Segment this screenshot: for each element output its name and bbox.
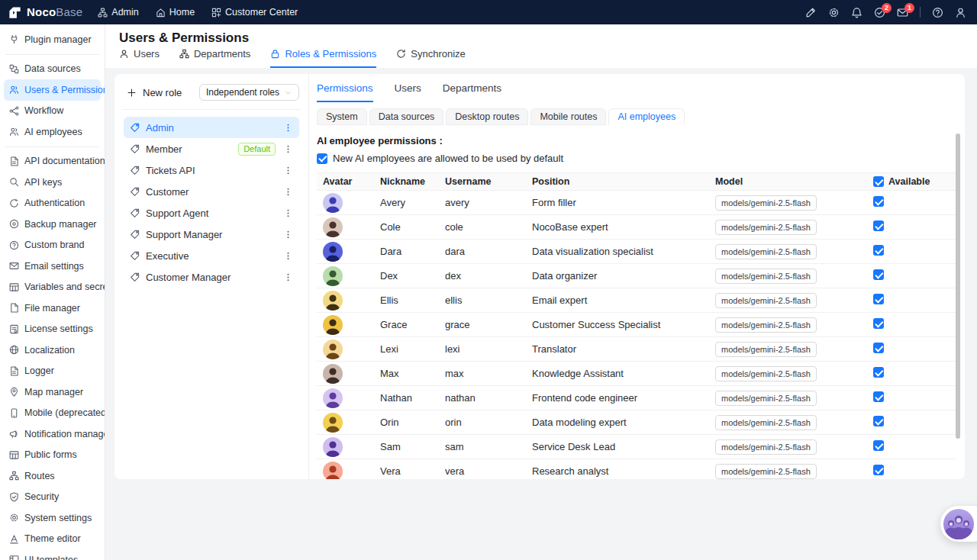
role-menu-icon[interactable] — [282, 271, 295, 284]
sidebar-item-security[interactable]: Security — [4, 487, 101, 508]
share-nodes-icon — [9, 106, 19, 116]
role-menu-icon[interactable] — [282, 121, 295, 134]
ai-employee-row-cole[interactable]: Cole cole NocoBase expert models/gemini-… — [317, 215, 956, 240]
available-checkbox[interactable] — [873, 416, 884, 426]
topbar-nav-admin[interactable]: Admin — [98, 7, 138, 18]
available-checkbox[interactable] — [873, 465, 884, 475]
role-item-support-manager[interactable]: Support Manager — [124, 224, 299, 245]
available-checkbox[interactable] — [873, 220, 884, 231]
sidebar-item-plugin-manager[interactable]: Plugin manager — [4, 29, 101, 50]
messages-button[interactable]: 1 — [897, 7, 908, 18]
sidebar-item-api-keys[interactable]: API keys — [4, 172, 101, 193]
role-item-customer-manager[interactable]: Customer Manager — [124, 266, 299, 288]
role-type-select[interactable]: Independent roles — [199, 84, 299, 101]
tab-roles-permissions[interactable]: Roles & Permissions — [270, 48, 376, 68]
available-checkbox[interactable] — [873, 343, 884, 353]
default-rule-checkbox[interactable] — [317, 153, 327, 164]
tab-users[interactable]: Users — [119, 48, 160, 68]
sidebar-item-public-forms[interactable]: Public forms — [4, 445, 101, 466]
sidebar-item-theme-editor[interactable]: Theme editor — [4, 529, 101, 550]
topbar-nav-home[interactable]: Home — [156, 7, 195, 18]
col-username: Username — [445, 176, 532, 187]
scope-tab-ai-employees[interactable]: AI employees — [608, 108, 685, 125]
role-menu-icon[interactable] — [282, 228, 295, 241]
ai-employee-row-grace[interactable]: Grace grace Customer Success Specialist … — [317, 313, 956, 337]
ai-employee-row-dara[interactable]: Dara dara Data visualization specialist … — [317, 240, 956, 264]
available-checkbox[interactable] — [873, 440, 884, 451]
bell-icon — [851, 7, 863, 18]
role-item-support-agent[interactable]: Support Agent — [124, 202, 299, 224]
account-button[interactable] — [955, 7, 966, 18]
sidebar-item-license-settings[interactable]: License settings — [4, 319, 101, 340]
sidebar-item-workflow[interactable]: Workflow — [4, 101, 101, 122]
sidebar-item-map-manager[interactable]: Map manager — [4, 381, 101, 403]
tasks-button[interactable]: 2 — [874, 7, 885, 18]
role-item-admin[interactable]: Admin — [124, 117, 299, 138]
sidebar-item-authentication[interactable]: Authentication — [4, 193, 101, 214]
sidebar-item-email-settings[interactable]: Email settings — [4, 256, 101, 277]
ai-employee-row-avery[interactable]: Avery avery Form filler models/gemini-2.… — [317, 191, 956, 215]
help-button[interactable] — [932, 7, 943, 18]
nocobase-logo[interactable]: NocoBase — [8, 5, 82, 20]
sidebar-item-api-documentation[interactable]: API documentation — [4, 151, 101, 172]
scope-tab-mobile-routes[interactable]: Mobile routes — [530, 108, 606, 125]
perm-tab-departments[interactable]: Departments — [443, 82, 501, 102]
sidebar-item-ui-templates[interactable]: UI templates — [4, 549, 101, 560]
ai-employee-row-ellis[interactable]: Ellis ellis Email expert models/gemini-2… — [317, 288, 956, 313]
role-menu-icon[interactable] — [282, 185, 295, 198]
available-checkbox[interactable] — [873, 245, 884, 256]
ai-employee-row-dex[interactable]: Dex dex Data organizer models/gemini-2.5… — [317, 264, 956, 288]
divider — [5, 54, 99, 55]
settings-button[interactable] — [828, 7, 840, 18]
role-menu-icon[interactable] — [282, 207, 295, 220]
available-all-checkbox[interactable] — [873, 176, 884, 187]
role-item-executive[interactable]: Executive — [124, 245, 299, 266]
ai-employee-row-nathan[interactable]: Nathan nathan Frontend code engineer mod… — [317, 386, 956, 410]
available-checkbox[interactable] — [873, 367, 884, 378]
sidebar-item-ai-employees[interactable]: AI employees — [4, 121, 101, 143]
sidebar-item-custom-brand[interactable]: Custom brand — [4, 235, 101, 256]
scope-tab-system[interactable]: System — [317, 108, 367, 125]
notifications-button[interactable] — [851, 7, 863, 18]
topbar-nav-customer-center[interactable]: Customer Center — [211, 7, 298, 18]
perm-tab-users[interactable]: Users — [395, 82, 421, 102]
ai-employee-row-lexi[interactable]: Lexi lexi Translator models/gemini-2.5-f… — [317, 337, 956, 362]
ui-editor-button[interactable] — [805, 7, 817, 18]
role-menu-icon[interactable] — [282, 143, 295, 156]
available-checkbox[interactable] — [873, 269, 884, 280]
sidebar-item-system-settings[interactable]: System settings — [4, 507, 101, 529]
roles-permissions-card: New role Independent roles AdminMemberDe… — [114, 74, 965, 479]
role-item-customer[interactable]: Customer — [124, 181, 299, 202]
sidebar-item-data-sources[interactable]: Data sources — [4, 59, 101, 80]
ai-employee-row-sam[interactable]: Sam sam Service Desk Lead models/gemini-… — [317, 435, 956, 459]
model-tag: models/gemini-2.5-flash — [715, 366, 817, 381]
sidebar-item-notification-manager[interactable]: Notification manager — [4, 423, 101, 445]
ai-employee-row-orin[interactable]: Orin orin Data modeling expert models/ge… — [317, 410, 956, 435]
available-checkbox[interactable] — [873, 391, 884, 402]
sidebar-item-backup-manager[interactable]: Backup manager — [4, 214, 101, 235]
role-item-member[interactable]: MemberDefault — [124, 138, 299, 159]
perm-tab-permissions[interactable]: Permissions — [317, 82, 373, 102]
table-scrollbar[interactable] — [956, 134, 960, 439]
ai-employees-launcher[interactable] — [940, 506, 977, 542]
sidebar-item-mobile-deprecated[interactable]: Mobile (deprecated) — [4, 403, 101, 424]
tab-departments[interactable]: Departments — [179, 48, 250, 68]
sidebar-item-localization[interactable]: Localization — [4, 340, 101, 361]
sidebar-item-users-permissions[interactable]: Users & Permissions — [4, 79, 101, 101]
sidebar-item-variables-and-secrets[interactable]: Variables and secrets — [4, 277, 101, 298]
scope-tab-data-sources[interactable]: Data sources — [369, 108, 444, 125]
available-checkbox[interactable] — [873, 318, 884, 329]
ai-employee-row-max[interactable]: Max max Knowledge Assistant models/gemin… — [317, 362, 956, 386]
ai-employee-row-vera[interactable]: Vera vera Research analyst models/gemini… — [317, 459, 956, 479]
role-menu-icon[interactable] — [282, 164, 295, 177]
sidebar-item-file-manager[interactable]: File manager — [4, 298, 101, 319]
new-role-button[interactable]: New role — [124, 87, 182, 98]
sidebar-item-logger[interactable]: Logger — [4, 361, 101, 382]
available-checkbox[interactable] — [873, 196, 884, 207]
tab-synchronize[interactable]: Synchronize — [396, 48, 466, 68]
role-menu-icon[interactable] — [282, 249, 295, 262]
available-checkbox[interactable] — [873, 294, 884, 304]
sidebar-item-routes[interactable]: Routes — [4, 465, 101, 487]
role-item-tickets-api[interactable]: Tickets API — [124, 159, 299, 181]
scope-tab-desktop-routes[interactable]: Desktop routes — [446, 108, 528, 125]
